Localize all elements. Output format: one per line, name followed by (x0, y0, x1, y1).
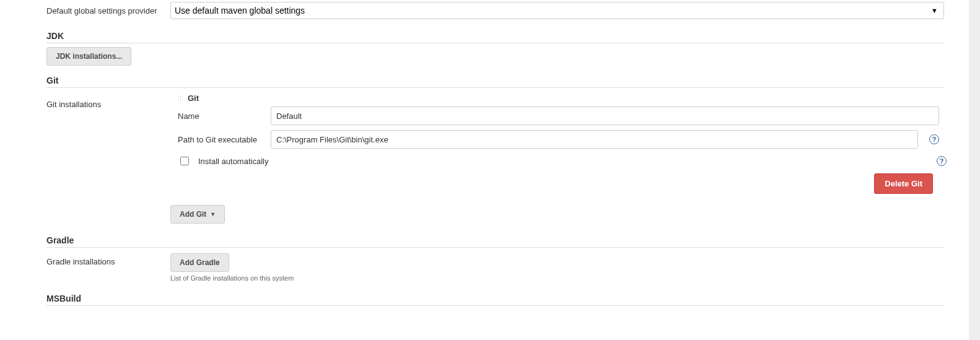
drag-handle-icon[interactable] (178, 95, 184, 102)
git-path-label: Path to Git executable (178, 135, 265, 144)
delete-git-button-label: Delete Git (885, 179, 922, 188)
divider (46, 247, 944, 248)
git-installations-label: Git installations (46, 94, 170, 113)
jdk-installations-button[interactable]: JDK installations... (46, 47, 131, 66)
jdk-installations-button-label: JDK installations... (56, 52, 122, 61)
gradle-hint: List of Gradle installations on this sys… (170, 274, 944, 282)
gradle-installations-label: Gradle installations (46, 253, 170, 270)
divider (46, 87, 944, 88)
git-section-title: Git (46, 76, 944, 85)
help-icon[interactable]: ? (937, 156, 947, 166)
delete-git-button[interactable]: Delete Git (874, 173, 933, 194)
add-git-button-label: Add Git (180, 210, 206, 219)
divider (46, 305, 944, 306)
install-automatically-label: Install automatically (198, 157, 268, 166)
chevron-down-icon: ▼ (210, 211, 216, 217)
add-git-button[interactable]: Add Git ▼ (170, 205, 225, 224)
add-gradle-button-label: Add Gradle (180, 258, 220, 267)
git-path-input[interactable] (271, 130, 918, 149)
maven-settings-select[interactable]: Use default maven global settings (170, 2, 944, 19)
git-name-input[interactable] (271, 107, 939, 125)
git-name-label: Name (178, 111, 265, 121)
msbuild-section-title: MSBuild (46, 294, 944, 303)
git-block-title: Git (188, 94, 199, 103)
divider (46, 43, 944, 43)
msbuild-installations-label: MSBuild installations (46, 312, 170, 315)
help-icon[interactable]: ? (929, 134, 939, 144)
gradle-section-title: Gradle (46, 235, 944, 245)
add-gradle-button[interactable]: Add Gradle (170, 253, 229, 272)
maven-settings-label: Default global settings provider (46, 6, 170, 15)
jdk-section-title: JDK (46, 31, 944, 41)
install-automatically-checkbox[interactable] (180, 157, 189, 165)
